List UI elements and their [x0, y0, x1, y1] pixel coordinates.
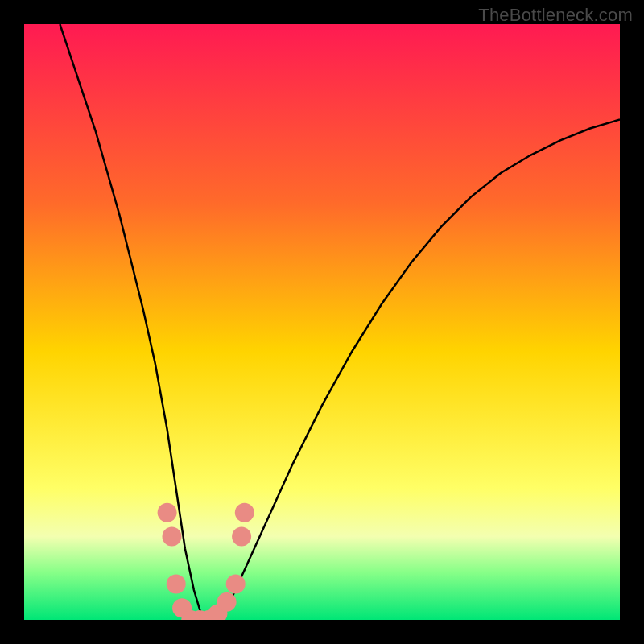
highlight-dot	[217, 592, 237, 612]
bottleneck-chart	[24, 24, 620, 620]
gradient-background	[24, 24, 620, 620]
highlight-dot	[163, 526, 182, 546]
highlight-dot	[235, 503, 254, 522]
highlight-dot	[232, 526, 251, 546]
watermark-text: TheBottleneck.com	[478, 5, 633, 26]
highlight-dot	[158, 503, 177, 522]
plot-area	[24, 24, 620, 620]
highlight-dot	[167, 575, 186, 594]
chart-frame: TheBottleneck.com	[0, 0, 644, 644]
highlight-dot	[226, 575, 246, 594]
